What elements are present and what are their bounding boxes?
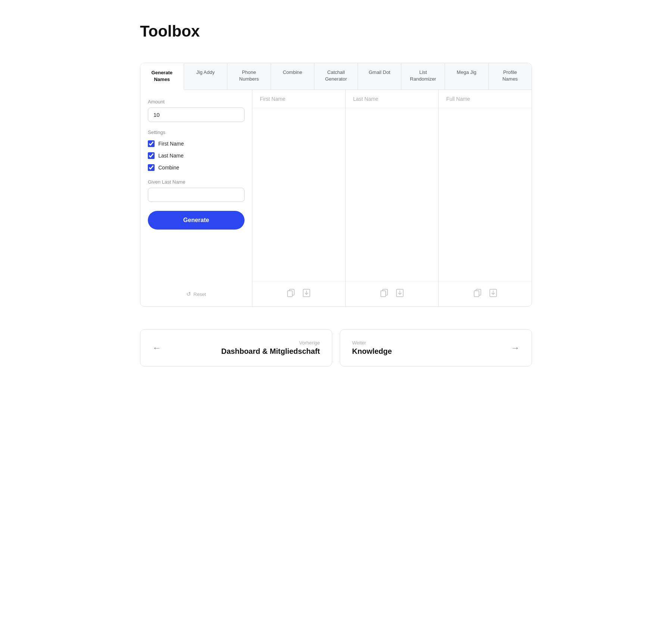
prev-nav-card[interactable]: ← Vorherige Dashboard & Mitgliedschaft <box>140 329 332 366</box>
prev-arrow-icon: ← <box>152 343 161 353</box>
tab-mega-jig[interactable]: Mega Jig <box>445 63 489 90</box>
prev-nav-card-content: Vorherige Dashboard & Mitgliedschaft <box>221 340 320 356</box>
copy-first-name-button[interactable] <box>286 287 296 300</box>
next-nav-card-content: Weiter Knowledge <box>352 340 392 356</box>
last-name-column: Last Name <box>346 90 439 306</box>
toolbox-card: GenerateNames Jig Addy PhoneNumbers Comb… <box>140 63 532 307</box>
full-name-column: Full Name <box>439 90 532 306</box>
svg-rect-1 <box>287 291 292 297</box>
last-name-col-body <box>346 108 439 281</box>
download-full-name-button[interactable] <box>488 287 498 300</box>
next-arrow-icon: → <box>511 343 520 353</box>
download-last-name-button[interactable] <box>395 287 405 300</box>
tab-profile-names[interactable]: ProfileNames <box>489 63 532 90</box>
tab-list-randomizer[interactable]: ListRandomizer <box>401 63 445 90</box>
nav-cards: ← Vorherige Dashboard & Mitgliedschaft W… <box>140 329 532 366</box>
svg-rect-5 <box>381 291 386 297</box>
reset-row[interactable]: ↺ Reset <box>148 283 245 297</box>
combine-checkbox-row: Combine <box>148 164 245 171</box>
amount-input[interactable] <box>148 107 245 122</box>
tab-catchall-generator[interactable]: CatchallGenerator <box>314 63 358 90</box>
tab-generate-names[interactable]: GenerateNames <box>140 63 184 90</box>
settings-label: Settings <box>148 130 245 135</box>
next-nav-title: Knowledge <box>352 347 392 356</box>
first-name-checkbox[interactable] <box>148 140 155 147</box>
main-content: Amount Settings First Name Last Name Com… <box>140 90 532 306</box>
first-name-label[interactable]: First Name <box>158 141 184 147</box>
first-name-column: First Name <box>252 90 346 306</box>
next-nav-sub: Weiter <box>352 340 366 346</box>
last-name-col-footer <box>346 281 439 306</box>
given-last-name-input[interactable] <box>148 188 245 202</box>
full-name-col-header: Full Name <box>439 90 532 108</box>
page-title: Toolbox <box>140 22 532 40</box>
full-name-col-footer <box>439 281 532 306</box>
first-name-col-body <box>252 108 345 281</box>
left-panel: Amount Settings First Name Last Name Com… <box>140 90 252 306</box>
full-name-col-body <box>439 108 532 281</box>
tab-phone-numbers[interactable]: PhoneNumbers <box>227 63 271 90</box>
copy-full-name-button[interactable] <box>472 287 483 300</box>
tabs-row: GenerateNames Jig Addy PhoneNumbers Comb… <box>140 63 532 90</box>
first-name-col-footer <box>252 281 345 306</box>
copy-last-name-button[interactable] <box>379 287 389 300</box>
last-name-label[interactable]: Last Name <box>158 153 184 159</box>
tab-gmail-dot[interactable]: Gmail Dot <box>358 63 402 90</box>
reset-label: Reset <box>193 291 206 297</box>
last-name-checkbox-row: Last Name <box>148 152 245 159</box>
amount-label: Amount <box>148 99 245 104</box>
last-name-col-header: Last Name <box>346 90 439 108</box>
combine-label[interactable]: Combine <box>158 165 179 171</box>
prev-nav-sub: Vorherige <box>299 340 320 346</box>
first-name-checkbox-row: First Name <box>148 140 245 147</box>
reset-icon: ↺ <box>186 291 191 297</box>
right-panel: First Name <box>252 90 532 306</box>
last-name-checkbox[interactable] <box>148 152 155 159</box>
tab-combine[interactable]: Combine <box>271 63 315 90</box>
download-first-name-button[interactable] <box>301 287 312 300</box>
first-name-col-header: First Name <box>252 90 345 108</box>
generate-button[interactable]: Generate <box>148 211 245 230</box>
prev-nav-title: Dashboard & Mitgliedschaft <box>221 347 320 356</box>
given-last-name-label: Given Last Name <box>148 179 245 185</box>
svg-rect-9 <box>474 291 479 297</box>
combine-checkbox[interactable] <box>148 164 155 171</box>
next-nav-card[interactable]: Weiter Knowledge → <box>340 329 532 366</box>
tab-jig-addy[interactable]: Jig Addy <box>184 63 228 90</box>
